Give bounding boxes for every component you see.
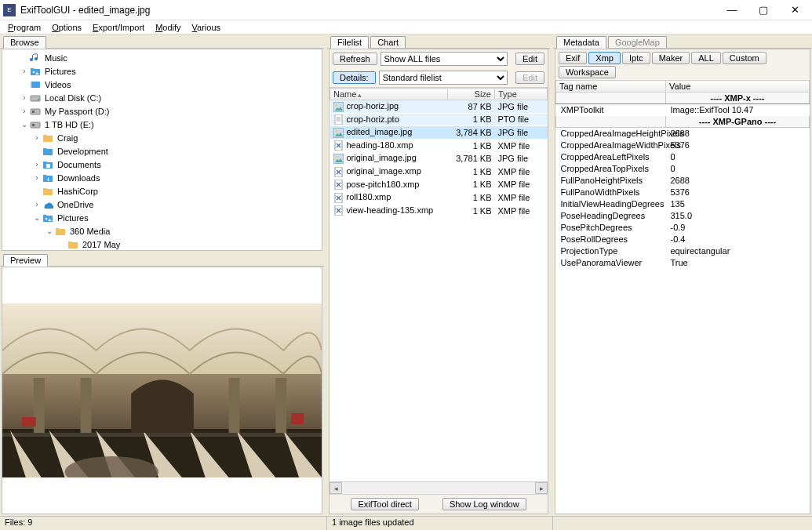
- metadata-row[interactable]: CroppedAreaImageWidthPixels5376: [556, 140, 810, 151]
- tab-metadata[interactable]: Metadata: [556, 36, 606, 49]
- menu-options[interactable]: Options: [47, 22, 86, 33]
- browse-tabstrip: Browse: [0, 34, 324, 49]
- metadata-row[interactable]: UsePanoramaViewerTrue: [556, 257, 810, 269]
- metadata-row[interactable]: XMPToolkitImage::ExifTool 10.47: [556, 104, 810, 116]
- col-type[interactable]: Type: [495, 89, 548, 100]
- col-name[interactable]: Name▴: [330, 89, 448, 100]
- metadata-grid[interactable]: Tag name Value ---- XMP-x ----XMPToolkit…: [555, 80, 810, 514]
- tree-twisty-icon[interactable]: ⌄: [32, 213, 42, 222]
- subtab-custom[interactable]: Custom: [723, 52, 766, 64]
- tree-twisty-icon[interactable]: ›: [20, 67, 29, 75]
- metadata-row[interactable]: InitialViewHeadingDegrees135: [556, 198, 810, 210]
- refresh-button[interactable]: Refresh: [333, 53, 377, 65]
- tree-twisty-icon[interactable]: ›: [32, 173, 42, 182]
- tree-item[interactable]: ⌄Pictures: [2, 211, 322, 224]
- col-tag-value[interactable]: Value: [666, 81, 810, 93]
- tree-item[interactable]: ›OneDrive: [2, 198, 322, 211]
- details-dropdown[interactable]: Standard filelist: [379, 71, 508, 85]
- tree-twisty-icon[interactable]: ›: [32, 133, 42, 142]
- metadata-row[interactable]: PoseRollDegrees-0.4: [556, 234, 810, 245]
- workspace-button[interactable]: Workspace: [559, 66, 616, 78]
- folder-tree[interactable]: Music›PicturesVideos›Local Disk (C:)›My …: [2, 49, 322, 250]
- tree-twisty-icon[interactable]: ›: [20, 93, 29, 102]
- metadata-row[interactable]: FullPanoHeightPixels2688: [556, 175, 810, 187]
- show-files-dropdown[interactable]: Show ALL files: [381, 52, 508, 66]
- tab-filelist[interactable]: Filelist: [330, 36, 369, 49]
- file-size: 1 KB: [448, 204, 495, 217]
- file-row[interactable]: original_image.xmp1 KBXMP file: [330, 165, 548, 178]
- tree-item[interactable]: 2017 May: [2, 238, 322, 250]
- tree-item[interactable]: ›Craig: [2, 131, 322, 144]
- file-row[interactable]: crop-horiz.pto1 KBPTO file: [330, 113, 548, 126]
- file-list-hscroll[interactable]: ◂ ▸: [330, 481, 548, 494]
- file-size: 1 KB: [448, 113, 495, 126]
- file-name: crop-horiz.jpg: [347, 101, 399, 111]
- file-size: 3,781 KB: [448, 152, 495, 165]
- file-list[interactable]: Name▴ Size Type crop-horiz.jpg87 KBJPG f…: [330, 88, 548, 481]
- tab-preview[interactable]: Preview: [3, 254, 48, 267]
- col-tag-name[interactable]: Tag name: [556, 81, 666, 93]
- metadata-tag: CroppedAreaImageHeightPixels: [556, 128, 666, 140]
- subtab-iptc[interactable]: Iptc: [622, 52, 650, 64]
- metadata-row[interactable]: CroppedAreaImageHeightPixels2688: [556, 128, 810, 140]
- tree-twisty-icon[interactable]: ›: [32, 160, 42, 169]
- subtab-exif[interactable]: Exif: [559, 52, 587, 64]
- edit-show-button[interactable]: Edit: [515, 53, 544, 65]
- tree-item[interactable]: HashiCorp: [2, 184, 322, 198]
- tree-item[interactable]: ›Local Disk (C:): [2, 91, 322, 104]
- tree-item[interactable]: Development: [2, 144, 322, 158]
- scroll-right-icon[interactable]: ▸: [535, 482, 548, 494]
- svg-rect-7: [31, 122, 40, 128]
- window-maximize-button[interactable]: ▢: [748, 1, 779, 20]
- menu-export-import[interactable]: Export/Import: [88, 22, 149, 33]
- tree-item-label: 1 TB HD (E:): [45, 120, 94, 129]
- tab-browse[interactable]: Browse: [3, 36, 46, 49]
- file-row[interactable]: heading-180.xmp1 KBXMP file: [330, 139, 548, 152]
- menu-program[interactable]: Program: [3, 22, 46, 33]
- tree-item[interactable]: ›Documents: [2, 158, 322, 171]
- metadata-row[interactable]: FullPanoWidthPixels5376: [556, 187, 810, 198]
- metadata-row[interactable]: PosePitchDegrees-0.9: [556, 222, 810, 234]
- folder-icon: [67, 239, 79, 250]
- status-bar: Files: 9 1 image files updated: [0, 516, 812, 530]
- file-type-icon: [333, 193, 344, 203]
- file-row[interactable]: pose-pitch180.xmp1 KBXMP file: [330, 178, 548, 191]
- show-log-button[interactable]: Show Log window: [442, 498, 526, 510]
- tree-item[interactable]: ›Pictures: [2, 64, 322, 78]
- tab-chart[interactable]: Chart: [370, 36, 406, 48]
- tree-item[interactable]: Music: [2, 51, 322, 64]
- tree-twisty-icon[interactable]: ›: [20, 107, 29, 115]
- tree-twisty-icon[interactable]: ›: [32, 200, 42, 209]
- tree-item[interactable]: ⌄1 TB HD (E:): [2, 118, 322, 131]
- edit-details-button: Edit: [515, 71, 544, 84]
- subtab-maker[interactable]: Maker: [652, 52, 690, 64]
- file-row[interactable]: roll180.xmp1 KBXMP file: [330, 191, 548, 205]
- metadata-row[interactable]: CroppedAreaTopPixels0: [556, 163, 810, 175]
- svg-rect-27: [333, 154, 344, 164]
- file-row[interactable]: crop-horiz.jpg87 KBJPG file: [330, 100, 548, 114]
- scroll-left-icon[interactable]: ◂: [330, 482, 342, 494]
- file-row[interactable]: original_image.jpg3,781 KBJPG file: [330, 152, 548, 165]
- subtab-xmp[interactable]: Xmp: [588, 52, 621, 64]
- metadata-row[interactable]: PoseHeadingDegrees315.0: [556, 210, 810, 222]
- window-close-button[interactable]: ✕: [779, 1, 810, 20]
- tree-item[interactable]: ›Downloads: [2, 171, 322, 184]
- tree-item[interactable]: Videos: [2, 78, 322, 91]
- menu-various[interactable]: Various: [188, 22, 226, 33]
- tree-twisty-icon[interactable]: ⌄: [45, 227, 54, 235]
- col-size[interactable]: Size: [448, 89, 495, 100]
- file-row[interactable]: view-heading-135.xmp1 KBXMP file: [330, 204, 548, 217]
- svg-point-28: [335, 156, 337, 158]
- file-row[interactable]: edited_image.jpg3,784 KBJPG file: [330, 126, 548, 140]
- metadata-row[interactable]: ProjectionTypeequirectangular: [556, 245, 810, 257]
- tree-item[interactable]: ⌄360 Media: [2, 224, 322, 238]
- menu-modify[interactable]: Modify: [151, 22, 185, 33]
- tree-twisty-icon[interactable]: ⌄: [20, 120, 29, 129]
- window-minimize-button[interactable]: —: [716, 1, 748, 20]
- exiftool-direct-button[interactable]: ExifTool direct: [351, 498, 418, 510]
- tab-googlemap[interactable]: GoogleMap: [608, 36, 667, 48]
- details-button[interactable]: Details:: [333, 71, 376, 84]
- tree-item[interactable]: ›My Passport (D:): [2, 104, 322, 118]
- metadata-row[interactable]: CroppedAreaLeftPixels0: [556, 151, 810, 163]
- subtab-all[interactable]: ALL: [691, 52, 721, 64]
